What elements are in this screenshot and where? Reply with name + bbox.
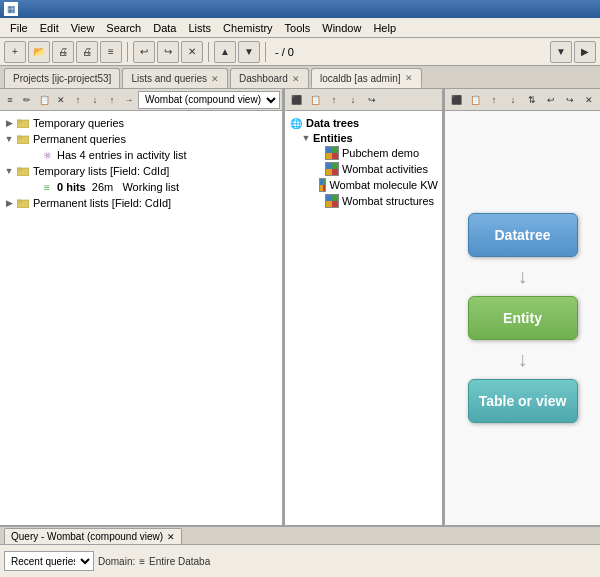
main-toolbar: + 📂 🖨 🖨 ≡ ↩ ↪ ✕ ▲ ▼ - / 0 ▼ ▶: [0, 38, 600, 66]
right-tb-4[interactable]: ↓: [504, 91, 522, 109]
menu-view[interactable]: View: [65, 20, 101, 36]
expand-icon-6: ▶: [4, 198, 14, 208]
left-tb-copy[interactable]: 📋: [36, 91, 52, 109]
bottom-panel: Query - Wombat (compound view) ✕ Recent …: [0, 525, 600, 577]
open-button[interactable]: 📂: [28, 41, 50, 63]
bottom-tab-bar: Query - Wombat (compound view) ✕: [0, 527, 600, 544]
right-tb-3[interactable]: ↑: [485, 91, 503, 109]
tree-item-perm-lists[interactable]: ▶ Permanent lists [Field: CdId]: [4, 195, 278, 211]
arrow-1: ↓: [518, 265, 528, 288]
menu-help[interactable]: Help: [367, 20, 402, 36]
redo-button[interactable]: ↪: [157, 41, 179, 63]
tab-dashboard[interactable]: Dashboard ✕: [230, 68, 309, 88]
tab-localdb-close[interactable]: ✕: [405, 73, 413, 83]
print-button[interactable]: 🖨: [52, 41, 74, 63]
mid-tb-1[interactable]: ⬛: [287, 91, 305, 109]
pubchem-label: Pubchem demo: [342, 147, 419, 159]
tab-lists-close[interactable]: ✕: [211, 74, 219, 84]
left-tb-menu[interactable]: ≡: [2, 91, 18, 109]
perm-queries-label: Permanent queries: [33, 133, 126, 145]
left-tb-down[interactable]: ↓: [87, 91, 103, 109]
menu-tools[interactable]: Tools: [279, 20, 317, 36]
left-tb-up[interactable]: ↑: [70, 91, 86, 109]
tree-wombat-structures[interactable]: Wombat structures: [313, 193, 438, 209]
tree-wombat-activities[interactable]: Wombat activities: [313, 161, 438, 177]
mid-tb-3[interactable]: ↑: [325, 91, 343, 109]
menu-edit[interactable]: Edit: [34, 20, 65, 36]
tab-projects[interactable]: Projects [ijc-project53]: [4, 68, 120, 88]
bottom-tab-close[interactable]: ✕: [167, 532, 175, 542]
arrow-2: ↓: [518, 348, 528, 371]
right-tb-2[interactable]: 📋: [466, 91, 484, 109]
tree-item-has4[interactable]: ⚛ Has 4 entries in activity list: [28, 147, 278, 163]
mid-tb-2[interactable]: 📋: [306, 91, 324, 109]
tableview-node-label: Table or view: [479, 393, 567, 409]
tree-item-perm-queries[interactable]: ▼ Permanent queries: [4, 131, 278, 147]
data-trees-header: 🌐 Data trees: [289, 115, 438, 131]
has4-label: Has 4 entries in activity list: [57, 149, 187, 161]
tree-pubchem[interactable]: Pubchem demo: [313, 145, 438, 161]
bottom-tab-query[interactable]: Query - Wombat (compound view) ✕: [4, 528, 182, 544]
wombat-struct-grid-icon: [325, 194, 339, 208]
undo-button[interactable]: ↩: [133, 41, 155, 63]
print2-button[interactable]: 🖨: [76, 41, 98, 63]
mid-tb-4[interactable]: ↓: [344, 91, 362, 109]
diagram-area: Datatree ↓ Entity ↓ Table or view: [445, 111, 600, 525]
down-button[interactable]: ▼: [238, 41, 260, 63]
tree-wombat-molecule[interactable]: Wombat molecule KW: [313, 177, 438, 193]
left-panel-dropdown[interactable]: Wombat (compound view): [138, 91, 280, 109]
menu-data[interactable]: Data: [147, 20, 182, 36]
middle-panel-toolbar: ⬛ 📋 ↑ ↓ ↪: [285, 89, 442, 111]
list-button[interactable]: ≡: [100, 41, 122, 63]
right-tb-1[interactable]: ⬛: [447, 91, 465, 109]
folder-perm-icon: [16, 132, 30, 146]
bottom-tab-label: Query - Wombat (compound view): [11, 531, 163, 542]
left-tb-export[interactable]: ↑: [104, 91, 120, 109]
menu-search[interactable]: Search: [100, 20, 147, 36]
folder-perm-list-icon: [16, 196, 30, 210]
expand-icon-2: ▼: [4, 134, 14, 144]
app-icon: ▦: [4, 2, 18, 16]
menu-bar: File Edit View Search Data Lists Chemist…: [0, 18, 600, 38]
up-button[interactable]: ▲: [214, 41, 236, 63]
pubchem-grid-icon: [325, 146, 339, 160]
svg-rect-3: [17, 136, 22, 138]
right-tb-5[interactable]: ⇅: [523, 91, 541, 109]
toolbar-separator-1: [127, 42, 128, 62]
entities-header[interactable]: ▼ Entities: [301, 131, 438, 145]
left-tb-del[interactable]: ✕: [53, 91, 69, 109]
right-tb-8[interactable]: ✕: [580, 91, 598, 109]
tab-dashboard-close[interactable]: ✕: [292, 74, 300, 84]
tree-item-temp-lists[interactable]: ▼ Temporary lists [Field: CdId]: [4, 163, 278, 179]
tab-projects-label: Projects [ijc-project53]: [13, 73, 111, 84]
data-trees-label: Data trees: [306, 117, 359, 129]
tree-item-temp-queries[interactable]: ▶ Temporary queries: [4, 115, 278, 131]
svg-rect-7: [17, 200, 22, 202]
menu-chemistry[interactable]: Chemistry: [217, 20, 279, 36]
close-button[interactable]: ✕: [181, 41, 203, 63]
list-icon: ≡: [40, 180, 54, 194]
left-tb-edit[interactable]: ✏: [19, 91, 35, 109]
tree-item-0hits[interactable]: ≡ 0 hits 26m Working list: [28, 179, 278, 195]
right-tb-6[interactable]: ↩: [542, 91, 560, 109]
menu-file[interactable]: File: [4, 20, 34, 36]
tab-lists-queries[interactable]: Lists and queries ✕: [122, 68, 228, 88]
extra-btn-2[interactable]: ▶: [574, 41, 596, 63]
expand-icon: ▶: [4, 118, 14, 128]
recent-queries-dropdown[interactable]: Recent queries...: [4, 551, 94, 571]
right-tb-7[interactable]: ↪: [561, 91, 579, 109]
menu-window[interactable]: Window: [316, 20, 367, 36]
tableview-node[interactable]: Table or view: [468, 379, 578, 423]
wombat-activities-label: Wombat activities: [342, 163, 428, 175]
temp-lists-label: Temporary lists [Field: CdId]: [33, 165, 169, 177]
left-tb-close[interactable]: →: [121, 91, 137, 109]
menu-lists[interactable]: Lists: [182, 20, 217, 36]
mid-tb-5[interactable]: ↪: [363, 91, 381, 109]
tab-localdb[interactable]: localdb [as admin] ✕: [311, 68, 422, 88]
new-button[interactable]: +: [4, 41, 26, 63]
extra-btn-1[interactable]: ▼: [550, 41, 572, 63]
svg-rect-1: [17, 120, 22, 122]
datatree-node[interactable]: Datatree: [468, 213, 578, 257]
entities-label: Entities: [313, 132, 353, 144]
entity-node[interactable]: Entity: [468, 296, 578, 340]
